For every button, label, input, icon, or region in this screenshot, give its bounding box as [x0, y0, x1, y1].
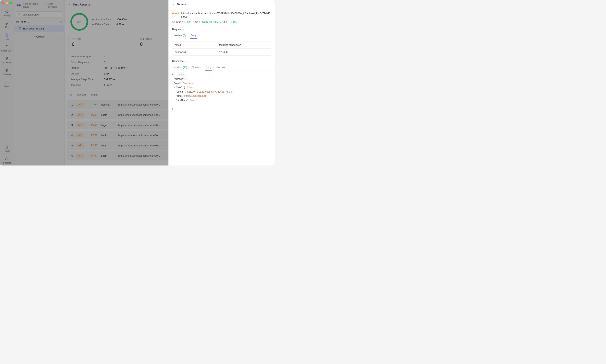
- svg-rect-15: [16, 22, 19, 23]
- maximize-window-icon[interactable]: [9, 2, 12, 4]
- svg-point-11: [19, 5, 20, 5]
- nav-trash[interactable]: Trash: [0, 143, 14, 154]
- card-value: 6: [72, 41, 131, 47]
- close-icon[interactable]: ✕: [172, 3, 175, 6]
- search-input[interactable]: [21, 13, 61, 16]
- svg-point-2: [7, 57, 8, 58]
- run-name: Login: [101, 144, 115, 147]
- size-label: Size：: [222, 20, 229, 24]
- schema-icon: [5, 57, 9, 61]
- api-tag: API: [76, 133, 84, 137]
- rate-label: Success Rate: [95, 18, 115, 21]
- method-label: POST: [88, 113, 97, 116]
- tab-response-body[interactable]: Body: [206, 64, 212, 71]
- cell-value: test01@echoapi.cn: [217, 41, 271, 48]
- crumb-workspace[interactable]: Cora personal space: [22, 2, 45, 8]
- globe-icon: [172, 20, 175, 24]
- nav-label: More: [4, 85, 9, 87]
- sidebar-item-label: Bulk Login Testing: [23, 27, 44, 30]
- search-icon: [17, 13, 20, 16]
- nav-schemas[interactable]: Schemas: [0, 55, 14, 65]
- chevron-down-icon: ⌄: [185, 60, 187, 62]
- svg-point-4: [6, 70, 7, 71]
- window-controls: [2, 2, 12, 4]
- status-code: 200: [187, 21, 192, 24]
- crumb-project[interactable]: Cora persona: [48, 2, 62, 8]
- details-title: Details: [177, 3, 186, 6]
- plus-icon: +: [33, 35, 35, 38]
- headset-icon: [5, 157, 9, 161]
- search-box[interactable]: [16, 11, 62, 18]
- row-index: 1: [70, 103, 73, 106]
- kv-key: Average Resp. Time: [70, 78, 100, 81]
- tab-all[interactable]: All: [69, 91, 72, 98]
- clock-icon: [5, 9, 9, 13]
- sidebar-all-cases[interactable]: All Cases: [14, 19, 64, 25]
- json-key: "nickName": [176, 99, 188, 102]
- tab-request-body[interactable]: Body: [190, 32, 197, 39]
- close-icon[interactable]: ✕: [69, 3, 71, 6]
- svg-point-10: [17, 5, 18, 5]
- caret-down-icon[interactable]: ▾: [172, 73, 175, 77]
- json-key: "email": [176, 94, 183, 97]
- json-value: "success": [183, 82, 193, 85]
- request-body-table: emailtest01@echoapi.cn password123456: [172, 41, 271, 56]
- nav-apis[interactable]: APIs: [0, 20, 14, 30]
- kv-val: 392.17ms: [104, 78, 168, 81]
- kv-val: 0: [104, 61, 168, 64]
- tab-response-console[interactable]: Console: [216, 64, 226, 71]
- tab-failed[interactable]: Failed: [91, 91, 98, 98]
- json-key: "data": [176, 86, 182, 89]
- nav-label: History: [3, 14, 10, 16]
- refresh-icon[interactable]: [59, 20, 62, 24]
- count-badge: (8): [183, 34, 186, 37]
- row-index: 5: [70, 144, 73, 147]
- sidebar-item-bulk-login[interactable]: Bulk Login Testing: [14, 25, 64, 32]
- owl-logo-icon: [16, 3, 21, 7]
- dot-icon: [92, 24, 94, 25]
- svg-point-5: [5, 82, 6, 83]
- create-button[interactable]: + Create: [16, 33, 62, 40]
- nav-support[interactable]: Support: [0, 155, 14, 166]
- cell-value: 123456: [217, 49, 271, 55]
- json-value: "test01@echoapi.cn": [185, 94, 207, 97]
- svg-point-12: [18, 13, 19, 15]
- trash-icon: [5, 145, 9, 149]
- tab-passed[interactable]: Passed: [77, 91, 86, 98]
- time-value: 16:07:38: [202, 21, 212, 24]
- tab-label: Headers: [173, 66, 182, 69]
- json-key: "errstr": [174, 82, 181, 85]
- method-label: POST: [88, 124, 97, 126]
- response-section[interactable]: Response ⌄: [169, 58, 275, 64]
- card-title: API Test: [72, 38, 131, 40]
- api-tag: API: [76, 143, 84, 147]
- left-nav: History APIs Tests Share Docs Schemas: [0, 0, 14, 166]
- size-value: 0.13kb: [231, 21, 238, 24]
- svg-point-7: [8, 82, 8, 83]
- close-window-icon[interactable]: [2, 2, 4, 4]
- run-name: Login: [101, 113, 115, 116]
- nav-share-docs[interactable]: Share Docs: [0, 43, 14, 53]
- minimize-window-icon[interactable]: [6, 2, 8, 4]
- nav-label: Tests: [4, 38, 9, 40]
- nav-history[interactable]: History: [0, 8, 14, 18]
- tab-response-cookies[interactable]: Cookies: [192, 64, 202, 71]
- dot-icon: [92, 19, 94, 20]
- request-section[interactable]: Request ⌄: [169, 26, 275, 32]
- gear-icon: [5, 68, 9, 72]
- method-badge: POST: [172, 12, 179, 15]
- nav-label: Share Docs: [1, 50, 12, 52]
- nav-more[interactable]: More: [0, 79, 14, 89]
- kv-val: 1Times: [104, 84, 168, 87]
- chevron-down-icon: ⌄: [183, 28, 184, 30]
- kv-key: Failed Requests: [70, 61, 100, 64]
- tab-response-headers[interactable]: Headers (18): [172, 64, 188, 71]
- tab-request-headers[interactable]: Headers (8): [172, 32, 186, 39]
- json-key: "userId": [176, 91, 184, 93]
- kv-val: 3366: [104, 72, 168, 75]
- caret-down-icon[interactable]: ▾: [174, 86, 176, 90]
- run-name: Login: [101, 134, 115, 137]
- nav-settings[interactable]: Settings: [0, 67, 14, 77]
- json-value: 0: [186, 78, 187, 80]
- nav-tests[interactable]: Tests: [0, 31, 14, 42]
